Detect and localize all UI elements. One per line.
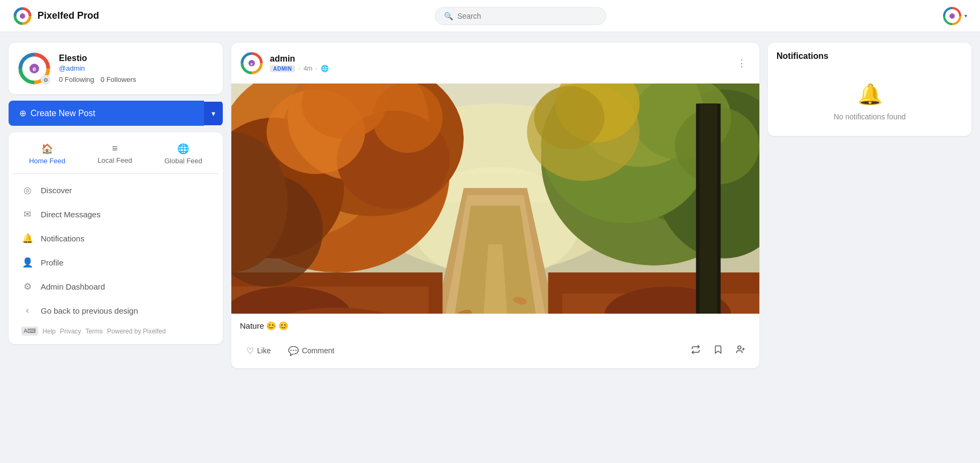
go-back-icon: ‹ bbox=[21, 305, 33, 316]
discover-icon: ◎ bbox=[21, 185, 33, 196]
footer-help-link[interactable]: Help bbox=[42, 328, 56, 335]
footer-logo: A⌨ bbox=[21, 327, 38, 336]
svg-point-1 bbox=[20, 13, 25, 19]
notifications-panel: Notifications 🔔 No notifications found bbox=[768, 43, 971, 136]
post-globe-icon: 🌐 bbox=[321, 65, 329, 72]
no-notifications-container: 🔔 No notifications found bbox=[777, 72, 963, 127]
right-panel: Notifications 🔔 No notifications found bbox=[768, 43, 971, 136]
feed-tabs: 🏠 Home Feed ≡ Local Feed 🌐 Global Feed bbox=[13, 141, 218, 174]
following-count: 0 Following bbox=[59, 75, 94, 84]
bookmark-button[interactable] bbox=[708, 340, 728, 361]
svg-point-47 bbox=[534, 86, 604, 149]
create-post-button[interactable]: ⊕ Create New Post bbox=[9, 101, 204, 126]
top-navigation: Pixelfed Prod 🔍 ▾ bbox=[0, 0, 980, 32]
footer-terms-link[interactable]: Terms bbox=[85, 328, 103, 335]
search-bar[interactable]: 🔍 bbox=[435, 7, 606, 25]
pixelfed-logo-icon bbox=[13, 6, 32, 26]
post-user-avatar: e bbox=[240, 51, 263, 75]
search-icon: 🔍 bbox=[444, 12, 453, 20]
direct-messages-icon: ✉ bbox=[21, 209, 33, 220]
create-post-dropdown-button[interactable]: ▾ bbox=[204, 102, 223, 125]
profile-info: Elestio @admin 0 Following 0 Followers bbox=[59, 54, 136, 84]
bookmark-icon bbox=[713, 345, 723, 354]
post-caption: Nature 😊 😊 bbox=[231, 314, 759, 335]
site-title: Pixelfed Prod bbox=[37, 10, 99, 21]
admin-dashboard-icon: ⚙ bbox=[21, 281, 33, 292]
bell-icon: 🔔 bbox=[857, 82, 883, 106]
repost-icon bbox=[691, 345, 700, 354]
post-image bbox=[231, 84, 759, 314]
post-meta-dot2: · bbox=[315, 65, 317, 72]
upload-icon: ⊕ bbox=[19, 108, 26, 118]
repost-button[interactable] bbox=[685, 340, 706, 361]
svg-text:e: e bbox=[251, 62, 253, 66]
svg-text:e: e bbox=[33, 65, 36, 73]
profile-handle: @admin bbox=[59, 64, 136, 72]
post-user-name: admin bbox=[270, 54, 295, 63]
svg-point-52 bbox=[738, 346, 741, 349]
search-input[interactable] bbox=[457, 12, 597, 20]
user-avatar-icon bbox=[942, 6, 962, 26]
no-notifications-text: No notifications found bbox=[834, 112, 906, 121]
post-user-info: admin ADMIN · 4m · 🌐 bbox=[270, 54, 329, 72]
notifications-icon: 🔔 bbox=[21, 233, 33, 244]
nav-item-discover[interactable]: ◎ Discover bbox=[13, 178, 218, 202]
create-post-button-group: ⊕ Create New Post ▾ bbox=[9, 101, 223, 126]
post-time: 4m bbox=[304, 65, 313, 72]
post-card: e admin ADMIN · 4m · 🌐 ⋮ bbox=[231, 43, 759, 368]
post-header: e admin ADMIN · 4m · 🌐 ⋮ bbox=[231, 43, 759, 84]
svg-point-33 bbox=[372, 84, 442, 153]
post-image-svg bbox=[231, 84, 759, 314]
footer-privacy-link[interactable]: Privacy bbox=[60, 328, 81, 335]
profile-name: Elestio bbox=[59, 54, 136, 63]
like-button[interactable]: ♡ Like bbox=[240, 341, 277, 360]
post-header-left: e admin ADMIN · 4m · 🌐 bbox=[240, 51, 329, 75]
post-meta-dot: · bbox=[298, 65, 300, 72]
feed-area: e admin ADMIN · 4m · 🌐 ⋮ bbox=[231, 43, 759, 368]
nav-item-admin-dashboard[interactable]: ⚙ Admin Dashboard bbox=[13, 275, 218, 299]
profile-card: e ⚙ Elestio @admin 0 Following 0 Followe… bbox=[9, 43, 223, 94]
home-feed-icon: 🏠 bbox=[41, 143, 53, 155]
tab-global-feed[interactable]: 🌐 Global Feed bbox=[158, 141, 209, 167]
post-actions: ♡ Like 💬 Comment bbox=[231, 335, 759, 368]
avatar-chevron-icon[interactable]: ▾ bbox=[964, 13, 967, 19]
user-avatar-button[interactable] bbox=[942, 6, 962, 26]
follow-icon bbox=[736, 345, 745, 354]
follow-button[interactable] bbox=[730, 340, 751, 361]
main-layout: e ⚙ Elestio @admin 0 Following 0 Followe… bbox=[0, 32, 980, 379]
tab-home-feed[interactable]: 🏠 Home Feed bbox=[22, 141, 72, 167]
footer-powered-by-link[interactable]: Powered by Pixelfed bbox=[107, 328, 165, 335]
sidebar: e ⚙ Elestio @admin 0 Following 0 Followe… bbox=[9, 43, 223, 344]
nav-item-notifications[interactable]: 🔔 Notifications bbox=[13, 226, 218, 251]
tab-local-feed[interactable]: ≡ Local Feed bbox=[91, 141, 138, 167]
profile-stats: 0 Following 0 Followers bbox=[59, 75, 136, 84]
nav-item-direct-messages[interactable]: ✉ Direct Messages bbox=[13, 202, 218, 226]
comment-icon: 💬 bbox=[288, 346, 299, 356]
notifications-panel-title: Notifications bbox=[777, 51, 963, 61]
topnav-right: ▾ bbox=[942, 6, 967, 26]
svg-point-3 bbox=[949, 13, 955, 19]
comment-button[interactable]: 💬 Comment bbox=[282, 341, 341, 360]
post-actions-right bbox=[685, 340, 751, 361]
post-meta: ADMIN · 4m · 🌐 bbox=[270, 65, 329, 72]
nav-item-profile[interactable]: 👤 Profile bbox=[13, 251, 218, 275]
nav-item-go-back[interactable]: ‹ Go back to previous design bbox=[13, 299, 218, 322]
post-more-button[interactable]: ⋮ bbox=[733, 55, 751, 71]
local-feed-icon: ≡ bbox=[112, 143, 118, 154]
admin-badge: ADMIN bbox=[270, 65, 295, 72]
followers-count: 0 Followers bbox=[101, 75, 136, 84]
settings-badge[interactable]: ⚙ bbox=[41, 75, 50, 85]
svg-rect-42 bbox=[699, 104, 717, 314]
sidebar-footer: A⌨ Help Privacy Terms Powered by Pixelfe… bbox=[13, 322, 218, 336]
nav-card: 🏠 Home Feed ≡ Local Feed 🌐 Global Feed ◎… bbox=[9, 132, 223, 344]
profile-avatar-container: e ⚙ bbox=[17, 51, 51, 86]
topnav-left: Pixelfed Prod bbox=[13, 6, 99, 26]
profile-icon: 👤 bbox=[21, 257, 33, 268]
like-icon: ♡ bbox=[246, 346, 254, 356]
global-feed-icon: 🌐 bbox=[177, 143, 189, 155]
